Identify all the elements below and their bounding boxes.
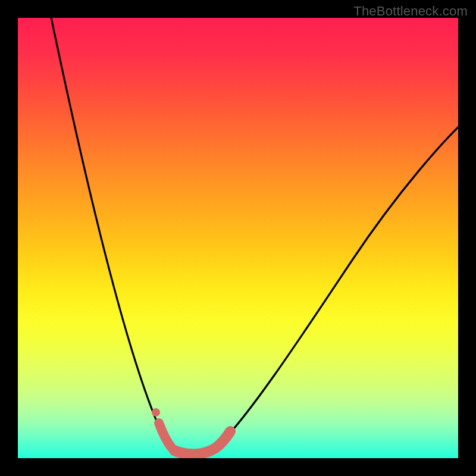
bottleneck-curve (50, 18, 458, 454)
curve-layer (18, 18, 458, 458)
watermark-text: TheBottleneck.com (353, 4, 468, 19)
plot-area (18, 18, 458, 458)
highlight-dot (152, 408, 160, 416)
highlight-left-dash (159, 423, 171, 447)
chart-frame: TheBottleneck.com (0, 0, 476, 476)
highlight-valley (174, 431, 230, 454)
